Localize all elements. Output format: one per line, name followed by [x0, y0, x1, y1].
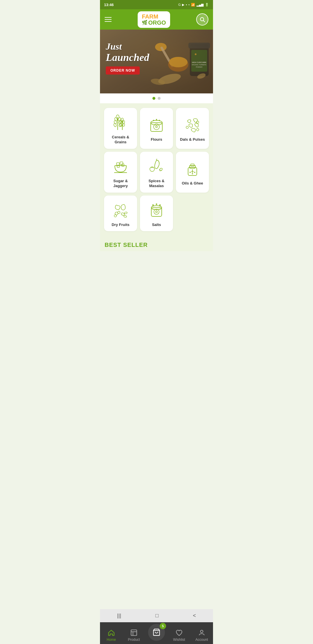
category-label: Oils & Ghee — [182, 181, 203, 186]
svg-point-0 — [200, 17, 204, 21]
category-label: Salts — [152, 222, 161, 227]
logo-leaf-icon: 🌿 — [142, 20, 148, 25]
nav-product[interactable]: Product — [123, 629, 145, 642]
logo-orgo: ORGO — [148, 20, 166, 26]
dot-1[interactable] — [152, 97, 155, 100]
svg-point-61 — [124, 215, 127, 218]
banner-dots — [100, 93, 213, 103]
category-sugar-jaggery[interactable]: Sugar &Jaggery — [104, 152, 137, 193]
signal-icon: ▂▄▆ — [196, 3, 203, 7]
svg-rect-51 — [190, 165, 195, 168]
g-icon: G — [178, 3, 181, 6]
category-flours[interactable]: Flours — [140, 108, 173, 149]
svg-point-37 — [156, 119, 157, 120]
svg-point-6 — [169, 57, 188, 67]
hamburger-menu[interactable] — [105, 17, 112, 22]
svg-point-53 — [190, 172, 191, 173]
svg-rect-10 — [188, 43, 210, 48]
home-system-button[interactable]: □ — [155, 613, 159, 619]
flours-icon — [147, 115, 166, 134]
logo[interactable]: FARM 🌿 ORGO — [138, 11, 170, 28]
status-icons: G ▶ ▪ • 📶 ▂▄▆ 🔋 — [178, 3, 209, 7]
account-label: Account — [195, 638, 208, 642]
home-label: Home — [107, 638, 116, 642]
svg-point-30 — [123, 123, 125, 126]
spices-icon — [147, 157, 166, 176]
recent-apps-button[interactable]: ||| — [117, 613, 121, 619]
svg-rect-44 — [120, 162, 123, 165]
home-icon — [108, 629, 115, 636]
wifi-icon: 📶 — [191, 3, 195, 7]
category-cereals-grains[interactable]: Cereals &Grains — [104, 108, 137, 149]
nav-cart[interactable]: 5 — [145, 623, 168, 642]
hero-banner: HIGH CURCUMIN ORGANIC TURMERIC POWDER Ju… — [100, 30, 213, 93]
dot-2[interactable] — [158, 97, 161, 100]
hero-line2: Launched — [106, 52, 149, 64]
category-spices-masalas[interactable]: Spices &Masalas — [140, 152, 173, 193]
product-label: Product — [128, 638, 140, 642]
category-oils-ghee[interactable]: Oils & Ghee — [176, 152, 209, 193]
svg-point-3 — [155, 43, 167, 51]
svg-point-54 — [194, 172, 195, 173]
svg-point-36 — [153, 120, 154, 121]
best-seller-section: BEST SELLER — [100, 237, 213, 251]
svg-point-58 — [114, 215, 117, 217]
svg-point-67 — [156, 204, 157, 205]
svg-point-71 — [201, 630, 203, 633]
category-label: Sugar &Jaggery — [113, 179, 128, 189]
nav-wishlist[interactable]: Wishlist — [168, 629, 190, 642]
svg-point-57 — [118, 211, 120, 214]
svg-line-1 — [203, 21, 205, 22]
product-icon — [130, 629, 138, 636]
youtube-icon: ▶ — [182, 3, 184, 7]
hero-text: Just Launched ORDER NOW — [106, 41, 149, 75]
category-label: Spices &Masalas — [149, 179, 165, 189]
category-dals-pulses[interactable]: Dals & Pulses — [176, 108, 209, 149]
order-now-button[interactable]: ORDER NOW — [106, 66, 140, 75]
dals-icon — [183, 115, 202, 134]
sugar-icon — [111, 157, 130, 176]
status-bar: 13:46 G ▶ ▪ • 📶 ▂▄▆ 🔋 — [100, 0, 213, 9]
search-button[interactable] — [196, 13, 208, 26]
dot-icon: • — [188, 3, 190, 6]
svg-text:ORGANIC TURMERIC: ORGANIC TURMERIC — [192, 64, 206, 66]
category-label: Cereals &Grains — [112, 135, 129, 145]
cart-icon — [152, 628, 161, 636]
nav-account[interactable]: Account — [190, 629, 213, 642]
cart-badge: 5 — [160, 623, 166, 629]
best-seller-title: BEST SELLER — [105, 242, 208, 248]
nav-home[interactable]: Home — [100, 629, 123, 642]
svg-point-41 — [196, 129, 199, 131]
svg-point-65 — [156, 211, 157, 213]
header: FARM 🌿 ORGO — [100, 9, 213, 30]
svg-point-55 — [192, 173, 193, 174]
category-label: Dals & Pulses — [180, 137, 205, 142]
svg-point-34 — [156, 126, 157, 128]
cereals-icon — [111, 113, 130, 132]
svg-point-60 — [124, 212, 127, 214]
svg-rect-69 — [131, 630, 137, 636]
bottom-nav: Home Product 5 Wishlist Account — [100, 622, 213, 644]
status-time: 13:46 — [104, 3, 114, 7]
back-system-button[interactable]: < — [193, 613, 196, 619]
oils-icon — [183, 159, 202, 178]
hero-line1: Just — [106, 41, 149, 52]
svg-point-68 — [159, 205, 161, 206]
salts-icon — [147, 201, 166, 220]
svg-text:POWDER: POWDER — [196, 66, 203, 68]
system-nav: ||| □ < — [100, 609, 213, 622]
categories-grid: Cereals &Grains Flours — [104, 108, 209, 231]
svg-point-39 — [186, 126, 188, 129]
category-salts[interactable]: Salts — [140, 196, 173, 231]
svg-point-38 — [159, 120, 160, 121]
account-icon — [198, 629, 205, 636]
wishlist-label: Wishlist — [173, 638, 185, 642]
categories-section: Cereals &Grains Flours — [100, 103, 213, 237]
svg-point-15 — [195, 53, 196, 55]
svg-point-66 — [152, 205, 154, 206]
category-label: Dry Fruits — [112, 222, 129, 227]
category-dry-fruits[interactable]: Dry Fruits — [104, 196, 137, 231]
wishlist-icon — [175, 629, 183, 636]
logo-farm: FARM — [142, 13, 158, 20]
dryfruits-icon — [111, 201, 130, 220]
